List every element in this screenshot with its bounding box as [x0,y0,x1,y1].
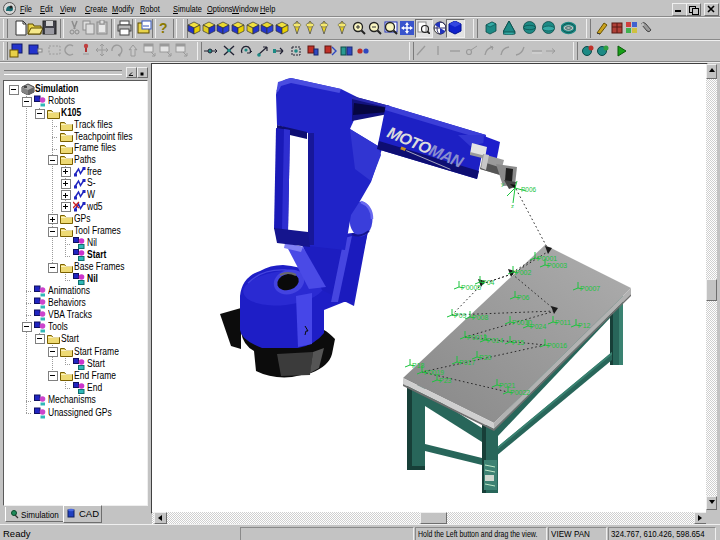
svg-text:P20: P20 [479,354,492,361]
svg-text:P0022: P0022 [510,389,530,396]
svg-text:P0003: P0003 [547,262,567,269]
svg-text:P017: P017 [459,359,475,366]
svg-text:P006: P006 [521,186,537,193]
svg-text:P002: P002 [515,269,531,276]
svg-text:P06: P06 [517,294,530,301]
svg-text:P0007: P0007 [580,285,600,292]
svg-text:P0016: P0016 [547,342,567,349]
svg-text:P011: P011 [555,319,571,326]
svg-text:z: z [511,203,514,209]
svg-text:P18: P18 [412,362,425,369]
svg-text:?: ? [159,20,168,36]
svg-text:P23: P23 [439,377,452,384]
svg-text:y: y [501,181,504,187]
svg-text:P014: P014 [487,337,503,344]
svg-text:P008: P008 [472,314,488,321]
svg-text:P024: P024 [530,323,546,330]
svg-text:P0005: P0005 [461,284,481,291]
svg-text:P0001: P0001 [537,255,557,262]
svg-text:P09: P09 [454,312,467,319]
svg-text:P15: P15 [512,339,525,346]
svg-text:P021: P021 [499,382,515,389]
svg-text:P04: P04 [482,279,495,286]
svg-text:P0019: P0019 [424,369,444,376]
svg-text:P12: P12 [578,322,591,329]
